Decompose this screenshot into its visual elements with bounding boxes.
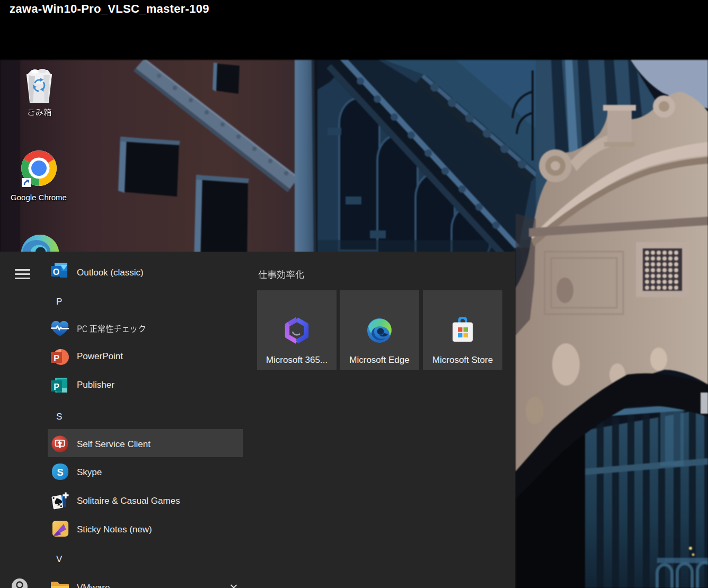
svg-text:P: P (54, 382, 59, 391)
svg-text:O: O (53, 268, 59, 277)
svg-text:P: P (54, 354, 59, 363)
svg-text:S: S (57, 467, 63, 478)
